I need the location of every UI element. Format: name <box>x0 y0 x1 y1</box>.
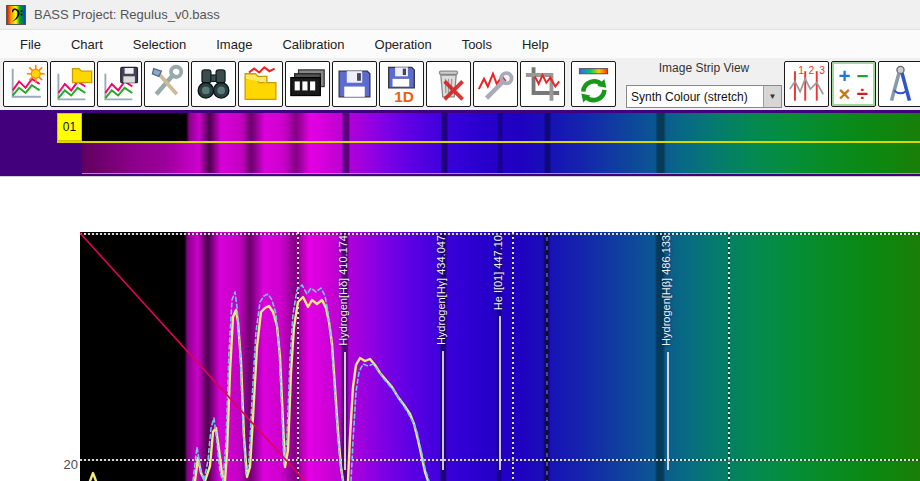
y-tick-label: 20 <box>44 457 78 472</box>
open-chart-folder-icon <box>52 63 93 105</box>
menu-help[interactable]: Help <box>522 37 549 52</box>
math-operations-button[interactable]: + − × ÷ <box>831 61 876 107</box>
element-lines-icon: 1 2 3 <box>786 63 827 105</box>
spectral-line-label: He I[01] 447.10 <box>492 235 504 310</box>
open-profile-button[interactable] <box>238 61 283 107</box>
strip-view-selected: Synth Colour (stretch) <box>627 90 763 104</box>
chevron-down-icon[interactable]: ▼ <box>763 86 781 107</box>
profile-tools-button[interactable] <box>473 61 518 107</box>
save-1d-button[interactable]: 1D <box>379 61 424 107</box>
save-chart-icon <box>99 63 140 105</box>
image-stack-icon <box>287 63 328 105</box>
save-button[interactable] <box>332 61 377 107</box>
save-project-button[interactable] <box>97 61 142 107</box>
image-stack-button[interactable] <box>285 61 330 107</box>
response-slope-curve <box>80 233 305 481</box>
spectral-line-label: Hydrogen[Hδ] 410.174 <box>337 235 349 346</box>
svg-text:1: 1 <box>798 65 804 76</box>
spectral-line-label: Hydrogen[Hγ] 434.047 <box>435 235 447 345</box>
bass-window: BASS Project: Regulus_v0.bass File Chart… <box>0 0 920 481</box>
app-icon <box>6 5 26 25</box>
new-chart-icon <box>5 63 46 105</box>
profile-measured-curve <box>90 297 428 481</box>
open-project-button[interactable] <box>50 61 95 107</box>
spectral-line-leader <box>499 316 501 470</box>
compass-icon <box>880 63 920 105</box>
svg-text:×: × <box>839 82 851 105</box>
svg-text:1D: 1D <box>394 88 414 105</box>
open-profile-icon <box>240 63 281 105</box>
spectral-line-leader <box>667 352 669 470</box>
refresh-icon <box>573 63 614 105</box>
search-button[interactable] <box>191 61 236 107</box>
image-strip-view-label: Image Strip View <box>626 61 782 75</box>
menu-chart[interactable]: Chart <box>71 37 103 52</box>
menu-selection[interactable]: Selection <box>133 37 186 52</box>
window-title: BASS Project: Regulus_v0.bass <box>34 7 220 22</box>
new-chart-button[interactable] <box>3 61 48 107</box>
spectral-line-leader <box>442 351 444 470</box>
svg-text:3: 3 <box>819 65 825 76</box>
svg-text:÷: ÷ <box>857 82 868 105</box>
titlebar: BASS Project: Regulus_v0.bass <box>0 0 920 30</box>
spectrum-plot[interactable]: Hydrogen[Hδ] 410.174Hydrogen[Hγ] 434.047… <box>80 232 920 481</box>
binoculars-icon <box>193 63 234 105</box>
floppy-1d-icon: 1D <box>381 63 422 105</box>
menu-file[interactable]: File <box>20 37 41 52</box>
menu-calibration[interactable]: Calibration <box>282 37 344 52</box>
strip-synth-row[interactable] <box>82 143 920 173</box>
profile-reference-curve <box>193 285 429 481</box>
math-operations-icon: + − × ÷ <box>833 63 874 105</box>
menu-tools[interactable]: Tools <box>462 37 492 52</box>
strip-bottom-line <box>82 173 920 174</box>
spectral-line-leader <box>344 352 346 470</box>
menubar: File Chart Selection Image Calibration O… <box>0 30 920 58</box>
tools-icon <box>146 63 187 105</box>
element-lines-button[interactable]: 1 2 3 <box>784 61 829 107</box>
delete-button[interactable] <box>426 61 471 107</box>
image-strip-panel: 01 <box>0 110 920 177</box>
floppy-icon <box>334 63 375 105</box>
profile-wrench-icon <box>475 63 516 105</box>
measure-button[interactable] <box>878 61 920 107</box>
trash-delete-icon <box>428 63 469 105</box>
strip-view-combobox[interactable]: Synth Colour (stretch) ▼ <box>626 85 782 108</box>
spectral-line-label: Hydrogen[Hβ] 486.133 <box>660 235 672 346</box>
chart-area: 2015 Hydrogen[Hδ] 410.174Hydrogen[Hγ] 43… <box>0 230 920 481</box>
refresh-button[interactable] <box>571 61 616 107</box>
settings-button[interactable] <box>144 61 189 107</box>
strip-number-badge[interactable]: 01 <box>57 113 82 141</box>
crop-profile-button[interactable] <box>520 61 565 107</box>
menu-operation[interactable]: Operation <box>375 37 432 52</box>
crop-profile-icon <box>522 63 563 105</box>
menu-image[interactable]: Image <box>216 37 252 52</box>
strip-image-row[interactable] <box>82 113 920 141</box>
image-strip-view-group: Image Strip View Synth Colour (stretch) … <box>626 61 782 109</box>
svg-text:2: 2 <box>808 65 814 76</box>
toolbar: 1D <box>0 58 920 110</box>
